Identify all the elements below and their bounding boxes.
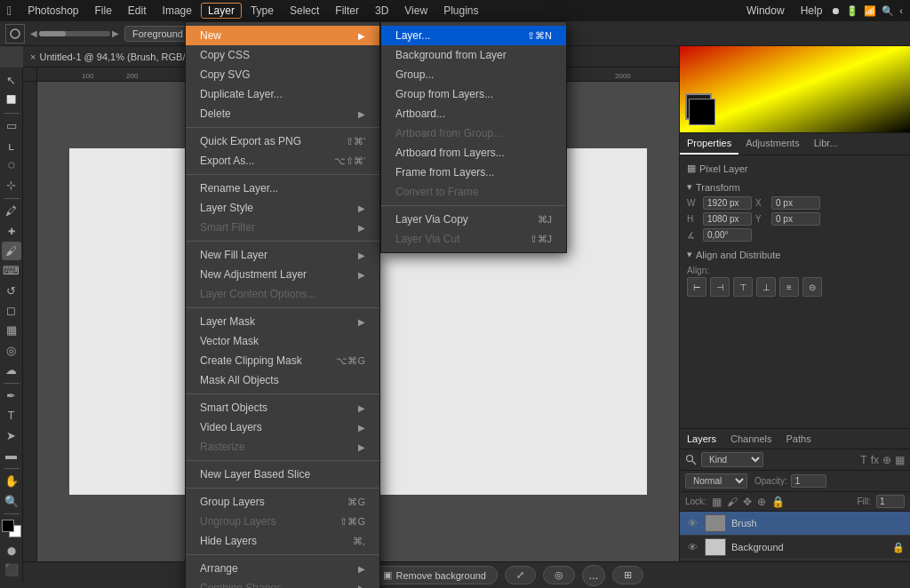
- pen-tool[interactable]: ✒: [2, 386, 21, 404]
- quick-mask-btn[interactable]: ⬤: [2, 541, 21, 559]
- align-left-btn[interactable]: ⊢: [687, 277, 706, 297]
- menu-copy-css[interactable]: Copy CSS: [186, 45, 379, 65]
- tab-adjustments[interactable]: Adjustments: [738, 133, 807, 155]
- menu-layer[interactable]: Layer: [201, 3, 242, 19]
- transform-btn[interactable]: ⤢: [505, 566, 536, 584]
- menu-edit[interactable]: Edit: [121, 3, 154, 19]
- healing-tool[interactable]: ✚: [2, 222, 21, 240]
- color-swatches[interactable]: [2, 520, 21, 537]
- tab-layers[interactable]: Layers: [680, 429, 723, 449]
- clone-tool[interactable]: ⌨: [2, 262, 21, 280]
- color-picker[interactable]: [680, 44, 910, 132]
- filter-btn[interactable]: ⊞: [612, 566, 643, 584]
- background-color[interactable]: [689, 99, 715, 125]
- doc-close-btn[interactable]: ×: [30, 52, 36, 62]
- height-input[interactable]: [703, 212, 752, 226]
- tool-icon[interactable]: [5, 24, 25, 44]
- submenu-frame-from-layers[interactable]: Frame from Layers...: [381, 163, 566, 182]
- text-tool[interactable]: T: [2, 407, 21, 425]
- menu-copy-svg[interactable]: Copy SVG: [186, 65, 379, 84]
- menu-group-layers[interactable]: Group Layers ⌘G: [186, 492, 379, 512]
- menu-arrange[interactable]: Arrange ▶: [186, 559, 379, 578]
- align-center-btn[interactable]: ⊣: [710, 277, 730, 297]
- smart-object-btn[interactable]: ◎: [543, 566, 575, 584]
- move-tool[interactable]: ↖: [2, 71, 21, 89]
- menu-rename-layer[interactable]: Rename Layer...: [186, 179, 379, 198]
- align-top-btn[interactable]: ⊥: [756, 277, 776, 297]
- menu-select[interactable]: Select: [283, 3, 326, 19]
- tab-channels[interactable]: Channels: [723, 429, 778, 449]
- opacity-input[interactable]: [791, 474, 826, 488]
- menu-create-clipping-mask[interactable]: Create Clipping Mask ⌥⌘G: [186, 351, 379, 370]
- marquee-tool[interactable]: ▭: [2, 117, 21, 135]
- layer-eye-background[interactable]: 👁: [685, 540, 699, 554]
- align-middle-btn[interactable]: ≡: [779, 277, 799, 297]
- layer-eye-brush[interactable]: 👁: [685, 516, 699, 530]
- y-input[interactable]: [771, 212, 820, 226]
- tab-libraries[interactable]: Libr...: [807, 133, 845, 155]
- lock-position-icon[interactable]: ⊕: [757, 496, 766, 508]
- hand-tool[interactable]: ✋: [2, 473, 21, 490]
- submenu-group-from-layers[interactable]: Group from Layers...: [381, 84, 566, 104]
- lasso-tool[interactable]: ʟ: [2, 137, 21, 155]
- crop-tool[interactable]: ⊹: [2, 176, 21, 194]
- submenu-artboard[interactable]: Artboard...: [381, 104, 566, 123]
- shape-tool[interactable]: ▬: [2, 446, 21, 464]
- menu-type[interactable]: Type: [243, 3, 281, 19]
- history-brush-tool[interactable]: ↺: [2, 282, 21, 299]
- lock-brush-icon[interactable]: 🖌: [727, 496, 738, 508]
- x-input[interactable]: [771, 196, 820, 210]
- more-options-btn[interactable]: ...: [582, 565, 605, 586]
- size-down-icon[interactable]: ◀: [30, 28, 37, 38]
- submenu-artboard-from-layers[interactable]: Artboard from Layers...: [381, 143, 566, 163]
- menu-view[interactable]: View: [397, 3, 435, 19]
- menu-help[interactable]: Help: [794, 3, 830, 19]
- menu-video-layers[interactable]: Video Layers ▶: [186, 417, 379, 437]
- submenu-background-from-layer[interactable]: Background from Layer: [381, 45, 566, 65]
- tab-properties[interactable]: Properties: [680, 133, 738, 155]
- menu-new-layer-based-slice[interactable]: New Layer Based Slice: [186, 465, 379, 484]
- object-selection-tool[interactable]: ⬡: [2, 156, 21, 174]
- menu-filter[interactable]: Filter: [328, 3, 366, 19]
- blend-mode-select[interactable]: Normal: [685, 473, 747, 489]
- width-input[interactable]: [703, 196, 752, 210]
- eyedropper-tool[interactable]: 🖍: [2, 203, 21, 220]
- zoom-tool[interactable]: 🔍: [2, 492, 21, 510]
- menu-export-as[interactable]: Export As... ⌥⇧⌘': [186, 151, 379, 171]
- menu-vector-mask[interactable]: Vector Mask: [186, 331, 379, 351]
- menu-smart-objects[interactable]: Smart Objects ▶: [186, 398, 379, 417]
- size-up-icon[interactable]: ▶: [112, 28, 119, 38]
- lock-transparent-icon[interactable]: ▦: [712, 496, 722, 508]
- menu-new-adjustment-layer[interactable]: New Adjustment Layer ▶: [186, 265, 379, 284]
- remove-background-btn[interactable]: ▣ Remove background: [371, 566, 498, 584]
- layer-kind-select[interactable]: Kind: [701, 452, 763, 467]
- size-slider[interactable]: [39, 31, 110, 36]
- apple-menu[interactable]: : [7, 4, 12, 18]
- dodge-tool[interactable]: ☁: [2, 361, 21, 378]
- menu-new-fill-layer[interactable]: New Fill Layer ▶: [186, 245, 379, 265]
- menu-photoshop[interactable]: Photoshop: [20, 3, 85, 19]
- angle-input[interactable]: [703, 228, 752, 242]
- align-bottom-btn[interactable]: ⊝: [802, 277, 822, 297]
- search-icon[interactable]: 🔍: [882, 5, 894, 17]
- menu-duplicate-layer[interactable]: Duplicate Layer...: [186, 84, 379, 104]
- foreground-btn[interactable]: Foreground: [124, 26, 191, 42]
- menu-layer-mask[interactable]: Layer Mask ▶: [186, 312, 379, 331]
- menu-image[interactable]: Image: [156, 3, 199, 19]
- artboard-tool[interactable]: ⬜: [2, 91, 21, 108]
- blur-tool[interactable]: ◎: [2, 341, 21, 359]
- menu-quick-export[interactable]: Quick Export as PNG ⇧⌘': [186, 131, 379, 151]
- back-icon[interactable]: ‹: [899, 5, 903, 16]
- menu-delete[interactable]: Delete ▶: [186, 104, 379, 123]
- menu-file[interactable]: File: [88, 3, 119, 19]
- submenu-group[interactable]: Group...: [381, 65, 566, 84]
- brush-tool[interactable]: 🖌: [2, 242, 21, 259]
- submenu-layer[interactable]: Layer... ⇧⌘N: [381, 26, 566, 45]
- layer-background[interactable]: 👁 Background 🔒: [680, 536, 910, 560]
- screen-mode-btn[interactable]: ⬛: [2, 561, 21, 579]
- menu-window[interactable]: Window: [739, 3, 792, 19]
- align-right-btn[interactable]: ⊤: [733, 277, 753, 297]
- menu-3d[interactable]: 3D: [368, 3, 395, 19]
- submenu-layer-via-copy[interactable]: Layer Via Copy ⌘J: [381, 210, 566, 229]
- eraser-tool[interactable]: ◻: [2, 301, 21, 319]
